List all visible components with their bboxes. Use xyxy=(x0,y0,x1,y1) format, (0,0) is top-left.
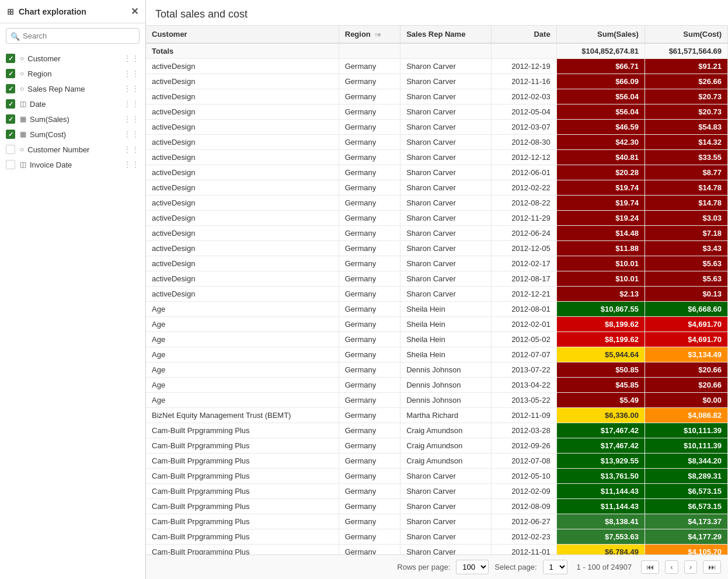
page-title: Total sales and cost xyxy=(146,0,728,26)
cell-19-5: $3,134.49 xyxy=(645,347,727,362)
field-label-region: Region xyxy=(27,69,123,78)
field-checkbox-region[interactable] xyxy=(6,69,15,78)
table-row: activeDesignGermanySharon Carver2012-08-… xyxy=(146,135,728,150)
field-type-icon-sum-cost: ▦ xyxy=(20,130,26,138)
cell-2-0: activeDesign xyxy=(146,89,339,104)
cell-16-0: Age xyxy=(146,302,339,317)
table-row: activeDesignGermanySharon Carver2012-02-… xyxy=(146,256,728,271)
cell-13-4: $10.01 xyxy=(556,256,645,271)
cell-4-0: activeDesign xyxy=(146,120,339,135)
cell-7-2: Sharon Carver xyxy=(400,165,492,180)
table-row: Cam-Built Prpgramming PlusGermanyCraig A… xyxy=(146,454,728,469)
cell-4-3: 2012-03-07 xyxy=(492,120,557,135)
cell-24-0: Cam-Built Prpgramming Plus xyxy=(146,423,339,438)
table-row: Cam-Built Prpgramming PlusGermanySharon … xyxy=(146,529,728,545)
cell-4-2: Sharon Carver xyxy=(400,120,492,135)
sidebar-item-sum-cost[interactable]: ▦Sum(Cost)⋮⋮ xyxy=(0,127,145,142)
cell-0-0: activeDesign xyxy=(146,59,339,74)
cell-28-3: 2012-02-09 xyxy=(492,484,557,499)
cell-9-4: $19.74 xyxy=(556,196,645,211)
table-row: BizNet Equity Management Trust (BEMT)Ger… xyxy=(146,408,728,423)
col-header-sum-cost: Sum(Cost) xyxy=(645,26,727,43)
field-checkbox-customer-number[interactable] xyxy=(6,145,15,154)
cell-25-1: Germany xyxy=(339,438,400,454)
pagination-range: 1 - 100 of 24907 xyxy=(577,563,632,571)
pagination-bar: Rows per page: 100 Select page: 1 1 - 10… xyxy=(146,554,728,579)
field-drag-handle-sum-cost[interactable]: ⋮⋮ xyxy=(123,130,140,139)
cell-22-0: Age xyxy=(146,393,339,408)
sidebar-item-customer-number[interactable]: ○Customer Number⋮⋮ xyxy=(0,142,145,157)
cell-16-5: $6,668.60 xyxy=(645,302,727,317)
table-container[interactable]: CustomerRegion ↑≡Sales Rep NameDateSum(S… xyxy=(146,26,728,554)
cell-16-3: 2012-08-01 xyxy=(492,302,557,317)
field-checkbox-sales-rep-name[interactable] xyxy=(6,84,15,93)
cell-29-0: Cam-Built Prpgramming Plus xyxy=(146,499,339,514)
sidebar-item-customer[interactable]: ○Customer⋮⋮ xyxy=(0,51,145,66)
rows-per-page-select[interactable]: 100 xyxy=(456,560,489,574)
cell-26-3: 2012-07-08 xyxy=(492,454,557,469)
cell-6-3: 2012-12-12 xyxy=(492,150,557,165)
totals-row: Totals$104,852,674.81$61,571,564.69 xyxy=(146,43,728,59)
cell-14-3: 2012-08-17 xyxy=(492,271,557,287)
cell-21-0: Age xyxy=(146,378,339,393)
cell-27-3: 2012-05-10 xyxy=(492,469,557,484)
cell-16-4: $10,867.55 xyxy=(556,302,645,317)
cell-18-5: $4,691.70 xyxy=(645,332,727,347)
sidebar-item-date[interactable]: ◫Date⋮⋮ xyxy=(0,96,145,111)
search-input[interactable] xyxy=(6,28,140,44)
cell-24-4: $17,467.42 xyxy=(556,423,645,438)
field-checkbox-date[interactable] xyxy=(6,99,15,109)
cell-21-5: $20.66 xyxy=(645,378,727,393)
totals-cell-5: $61,571,564.69 xyxy=(645,43,727,59)
sidebar-item-invoice-date[interactable]: ◫Invoice Date⋮⋮ xyxy=(0,157,145,172)
table-row: AgeGermanyDennis Johnson2013-04-22$45.85… xyxy=(146,378,728,393)
cell-13-0: activeDesign xyxy=(146,256,339,271)
cell-26-5: $8,344.20 xyxy=(645,454,727,469)
cell-6-4: $40.81 xyxy=(556,150,645,165)
field-checkbox-invoice-date[interactable] xyxy=(6,160,15,169)
cell-11-4: $14.48 xyxy=(556,226,645,241)
sidebar-item-sales-rep-name[interactable]: ○Sales Rep Name⋮⋮ xyxy=(0,81,145,96)
field-drag-handle-date[interactable]: ⋮⋮ xyxy=(123,99,140,109)
table-row: Cam-Built Prpgramming PlusGermanySharon … xyxy=(146,499,728,514)
cell-21-3: 2013-04-22 xyxy=(492,378,557,393)
cell-12-0: activeDesign xyxy=(146,241,339,256)
cell-24-3: 2012-03-28 xyxy=(492,423,557,438)
sidebar-item-sum-sales[interactable]: ▦Sum(Sales)⋮⋮ xyxy=(0,111,145,127)
sort-icon[interactable]: ↑≡ xyxy=(373,32,381,38)
cell-30-1: Germany xyxy=(339,514,400,529)
field-drag-handle-sum-sales[interactable]: ⋮⋮ xyxy=(123,114,140,124)
cell-32-1: Germany xyxy=(339,545,400,555)
field-drag-handle-region[interactable]: ⋮⋮ xyxy=(123,69,140,78)
last-page-button[interactable]: ⏭ xyxy=(703,560,721,574)
cell-8-5: $14.78 xyxy=(645,180,727,196)
prev-page-button[interactable]: ‹ xyxy=(665,560,678,574)
chart-icon: ⊞ xyxy=(7,7,14,16)
field-checkbox-customer[interactable] xyxy=(6,54,15,63)
first-page-button[interactable]: ⏮ xyxy=(641,560,659,574)
field-drag-handle-invoice-date[interactable]: ⋮⋮ xyxy=(123,160,140,169)
cell-13-3: 2012-02-17 xyxy=(492,256,557,271)
cell-29-2: Sharon Carver xyxy=(400,499,492,514)
field-drag-handle-customer[interactable]: ⋮⋮ xyxy=(123,54,140,63)
field-drag-handle-sales-rep-name[interactable]: ⋮⋮ xyxy=(123,84,140,93)
cell-12-4: $11.88 xyxy=(556,241,645,256)
field-checkbox-sum-sales[interactable] xyxy=(6,114,15,124)
cell-13-2: Sharon Carver xyxy=(400,256,492,271)
close-button[interactable]: ✕ xyxy=(131,6,138,17)
cell-5-1: Germany xyxy=(339,135,400,150)
totals-cell-1 xyxy=(339,43,400,59)
next-page-button[interactable]: › xyxy=(684,560,697,574)
sidebar-title: Chart exploration xyxy=(19,7,86,16)
select-page-select[interactable]: 1 xyxy=(543,560,567,574)
cell-30-4: $8,138.41 xyxy=(556,514,645,529)
field-checkbox-sum-cost[interactable] xyxy=(6,130,15,139)
cell-22-2: Dennis Johnson xyxy=(400,393,492,408)
col-header-region[interactable]: Region ↑≡ xyxy=(339,26,400,43)
sidebar-item-region[interactable]: ○Region⋮⋮ xyxy=(0,66,145,81)
cell-29-3: 2012-08-09 xyxy=(492,499,557,514)
table-row: Cam-Built Prpgramming PlusGermanySharon … xyxy=(146,514,728,529)
col-header-sales-rep-name: Sales Rep Name xyxy=(400,26,492,43)
field-drag-handle-customer-number[interactable]: ⋮⋮ xyxy=(123,145,140,154)
cell-24-2: Craig Amundson xyxy=(400,423,492,438)
